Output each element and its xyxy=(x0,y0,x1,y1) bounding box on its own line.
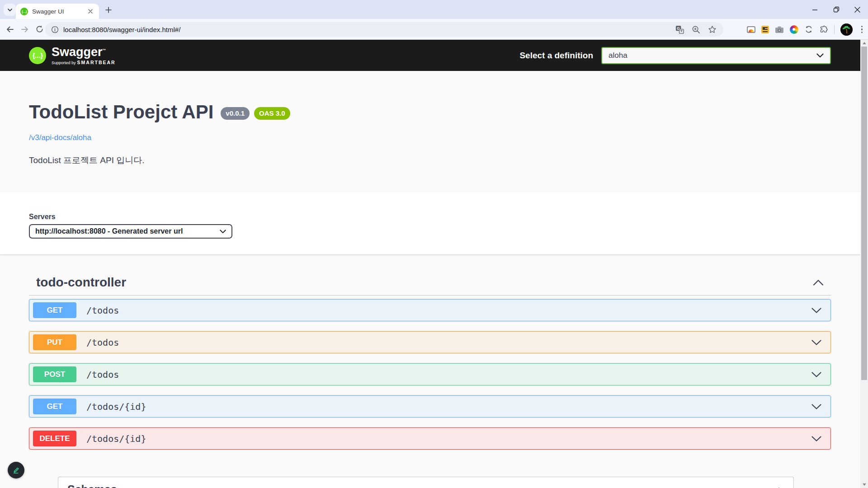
swagger-topbar: {…} Swagger™ Supported bySMARTBEAR Selec… xyxy=(0,40,868,71)
spec-link[interactable]: /v3/api-docs/aloha xyxy=(29,133,91,142)
operation-path: /todos xyxy=(86,369,119,380)
operation-row[interactable]: PUT /todos xyxy=(29,331,831,353)
operation-path: /todos/{id} xyxy=(86,433,146,444)
controller-section-header[interactable]: todo-controller xyxy=(29,254,831,296)
api-title: TodoList Proejct API xyxy=(29,101,213,123)
expand-chevron-down-icon[interactable] xyxy=(811,340,821,345)
window-restore-button[interactable] xyxy=(826,0,847,19)
toolbar-separator xyxy=(834,25,835,34)
operation-path: /todos/{id} xyxy=(86,401,146,412)
collapse-chevron-up-icon[interactable] xyxy=(813,280,824,286)
window-minimize-button[interactable] xyxy=(804,0,826,19)
url-bar[interactable]: localhost:8080/swagger-ui/index.html#/ G xyxy=(45,22,723,37)
extensions-puzzle-icon[interactable] xyxy=(819,25,828,34)
browser-menu-icon[interactable] xyxy=(859,26,866,33)
expand-chevron-down-icon[interactable] xyxy=(811,404,821,409)
operation-row[interactable]: GET /todos/{id} xyxy=(29,395,831,418)
method-badge: POST xyxy=(33,366,76,382)
operation-row[interactable]: GET /todos xyxy=(29,299,831,321)
swagger-logo-icon: {…} xyxy=(29,47,46,64)
forward-button[interactable] xyxy=(20,25,29,34)
tab-close-icon[interactable] xyxy=(86,7,94,15)
tab-title: Swagger UI xyxy=(32,8,86,15)
chevron-down-icon xyxy=(7,7,13,13)
method-badge: DELETE xyxy=(33,431,76,446)
operation-path: /todos xyxy=(86,337,119,348)
chevron-down-icon xyxy=(816,53,824,58)
scrollbar-down-icon[interactable] xyxy=(860,481,868,488)
operation-path: /todos xyxy=(86,305,119,316)
browser-tab-strip: {…} Swagger UI xyxy=(0,0,868,19)
edit-fab-button[interactable] xyxy=(8,462,24,479)
definition-selected-value: aloha xyxy=(609,51,627,60)
logo-text: Swagger xyxy=(52,45,103,59)
url-text: localhost:8080/swagger-ui/index.html#/ xyxy=(63,26,675,33)
swagger-favicon-icon: {…} xyxy=(20,8,28,15)
expand-chevron-down-icon[interactable] xyxy=(811,308,821,313)
schemas-section[interactable]: Schemas xyxy=(58,477,794,488)
method-badge: GET xyxy=(33,302,76,318)
controller-name: todo-controller xyxy=(36,275,126,290)
operation-row[interactable]: DELETE /todos/{id} xyxy=(29,427,831,450)
servers-label: Servers xyxy=(29,213,868,221)
api-description: TodoList 프로젝트 API 입니다. xyxy=(29,155,868,166)
back-button[interactable] xyxy=(5,25,14,34)
site-info-icon[interactable] xyxy=(51,26,59,33)
definition-select[interactable]: aloha xyxy=(601,47,831,64)
expand-chevron-down-icon[interactable] xyxy=(811,372,821,377)
swagger-logo: {…} Swagger™ Supported bySMARTBEAR xyxy=(29,46,116,65)
profile-avatar[interactable] xyxy=(840,23,853,36)
logo-brand: SMARTBEAR xyxy=(77,60,116,65)
method-badge: GET xyxy=(33,399,76,414)
version-badge: v0.0.1 xyxy=(221,107,250,120)
server-select[interactable]: http://localhost:8080 - Generated server… xyxy=(29,224,232,239)
new-tab-button[interactable] xyxy=(103,4,114,16)
server-selected-value: http://localhost:8080 - Generated server… xyxy=(35,227,183,235)
servers-section: Servers http://localhost:8080 - Generate… xyxy=(0,192,868,254)
reload-button[interactable] xyxy=(35,25,44,33)
page-scrollbar[interactable] xyxy=(860,40,868,488)
browser-toolbar: localhost:8080/swagger-ui/index.html#/ G xyxy=(0,19,868,40)
notes-extension-icon[interactable] xyxy=(761,26,769,33)
translate-icon[interactable]: G xyxy=(675,25,684,34)
schemas-title: Schemas xyxy=(67,483,117,488)
logo-tagline: Supported by xyxy=(52,61,76,65)
browser-tab[interactable]: {…} Swagger UI xyxy=(16,4,99,19)
pencil-icon xyxy=(12,466,20,474)
expand-chevron-down-icon[interactable] xyxy=(811,436,821,441)
camera-extension-icon[interactable] xyxy=(775,26,784,33)
swagger-page: TodoList Proejct API v0.0.1 OAS 3.0 /v3/… xyxy=(0,71,868,488)
method-badge: PUT xyxy=(33,334,76,350)
oas-badge: OAS 3.0 xyxy=(254,107,290,120)
window-controls xyxy=(804,0,868,19)
definition-select-label: Select a definition xyxy=(519,51,593,61)
bookmark-star-icon[interactable] xyxy=(708,25,717,34)
chevron-down-icon xyxy=(220,230,226,234)
operation-row[interactable]: POST /todos xyxy=(29,363,831,385)
tab-search-button[interactable] xyxy=(4,4,16,16)
scrollbar-up-icon[interactable] xyxy=(860,40,868,47)
window-close-button[interactable] xyxy=(847,0,868,19)
zoom-icon[interactable] xyxy=(692,25,700,34)
color-wheel-extension-icon[interactable] xyxy=(790,25,798,34)
scrollbar-thumb[interactable] xyxy=(861,47,867,380)
sync-extension-icon[interactable] xyxy=(804,25,813,34)
operations-list: GET /todos PUT /todos POST /todos xyxy=(29,299,831,450)
media-extension-icon[interactable] xyxy=(747,26,755,33)
